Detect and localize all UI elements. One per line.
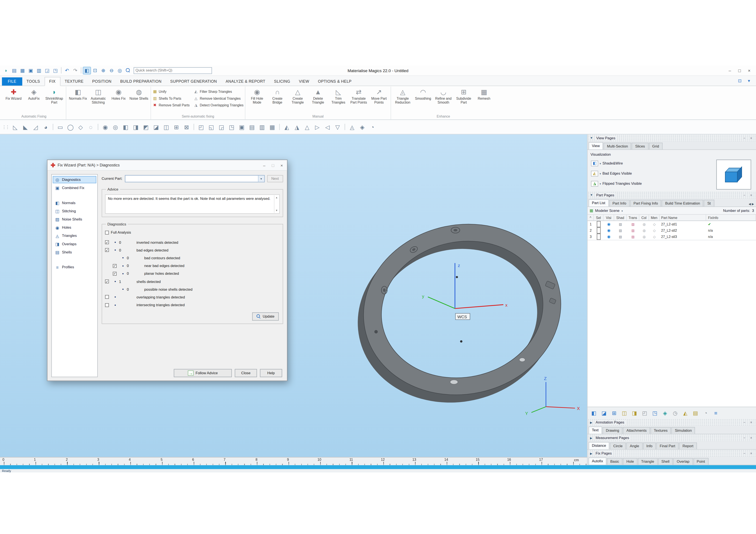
tab-grid[interactable]: Grid: [649, 143, 662, 149]
collapse-triangle-icon[interactable]: ▼: [590, 136, 593, 139]
diagnostic-checkbox[interactable]: ✓: [105, 240, 109, 244]
tab-file[interactable]: FILE: [2, 77, 22, 86]
transparency-icon[interactable]: ▨: [627, 221, 639, 227]
noise-shells-button[interactable]: ◍Noise Shells: [129, 87, 149, 101]
next-button[interactable]: Next: [267, 175, 283, 182]
select-rectangle-icon[interactable]: ▭: [56, 122, 65, 132]
sidebar-item-holes[interactable]: ◉Holes: [53, 224, 96, 231]
triangle-reduction-button[interactable]: ◬Triangle Reduction: [393, 87, 413, 104]
zoom-rect-icon[interactable]: ⊡: [91, 66, 99, 74]
fix-pages-header[interactable]: ▶ Fix Pages − ×: [587, 450, 756, 456]
sidebar-item-combined-fix[interactable]: ▣Combined Fix: [53, 184, 96, 191]
shading-icon[interactable]: ▧: [614, 234, 627, 240]
color-icon[interactable]: ◎: [639, 234, 649, 240]
remesh-button[interactable]: ▦Remesh: [474, 87, 494, 101]
part-list-icon[interactable]: ▤: [691, 409, 700, 417]
column-shad[interactable]: Shad: [614, 215, 627, 220]
cube-left-icon[interactable]: ◧: [121, 122, 130, 132]
subdivide-part-button[interactable]: ⊞Subdivide Part: [453, 87, 474, 104]
tab-simulation[interactable]: Simulation: [671, 427, 695, 434]
tab-analyze-report[interactable]: ANALYZE & REPORT: [221, 77, 270, 86]
autofix-button[interactable]: ◈AutoFix: [24, 87, 44, 101]
fix-selected-icon[interactable]: ◧: [589, 409, 598, 417]
scroll-down-icon[interactable]: ▼: [275, 209, 278, 212]
cube-bottom-icon[interactable]: ◪: [151, 122, 161, 132]
color-icon[interactable]: ◎: [639, 221, 649, 227]
diagnostic-checkbox[interactable]: ✓: [105, 248, 109, 252]
toolbar-drag-handle[interactable]: ⋮⋮: [2, 124, 9, 129]
import-part-icon[interactable]: ◲: [43, 66, 51, 74]
close-button[interactable]: ×: [744, 66, 754, 74]
move-part-points-button[interactable]: ↗Move Part Points: [369, 87, 389, 104]
tab-slices[interactable]: Slices: [632, 143, 648, 149]
part-name[interactable]: 27_L2-stl3: [660, 234, 706, 240]
search-input[interactable]: [136, 68, 210, 73]
rotate-part-icon[interactable]: ◷: [671, 409, 680, 417]
tab-report[interactable]: Report: [679, 443, 697, 449]
dialog-maximize-button[interactable]: □: [269, 161, 277, 169]
shrinkwrap-part-button[interactable]: ◗ShrinkWrap Part: [44, 87, 64, 104]
ring-tool-icon[interactable]: ◎: [111, 122, 120, 132]
cube-top-icon[interactable]: ◩: [141, 122, 150, 132]
diagnostic-checkbox[interactable]: [105, 295, 109, 299]
select-checkbox[interactable]: [597, 227, 601, 234]
tab-attachments[interactable]: Attachments: [623, 427, 650, 434]
tab-scroll-left-icon[interactable]: ◀: [749, 202, 751, 206]
close-icon[interactable]: ×: [749, 193, 753, 196]
cube-split-icon[interactable]: ◫: [162, 122, 171, 132]
sidebar-item-stitching[interactable]: ◫Stitching: [53, 207, 96, 215]
mesh-view-icon[interactable]: ▦: [268, 122, 277, 132]
column-trans[interactable]: Trans: [627, 215, 639, 220]
create-bridge-button[interactable]: ∩Create Bridge: [267, 87, 287, 104]
tab-view[interactable]: View: [588, 142, 603, 149]
fix-wizard-button[interactable]: ✚Fix Wizard: [3, 87, 24, 101]
chevron-down-icon[interactable]: ▾: [600, 182, 601, 185]
current-part-combobox[interactable]: ▾: [125, 175, 264, 182]
save-project-icon[interactable]: ▣: [27, 66, 35, 74]
part-name[interactable]: 27_L2-stl1: [660, 221, 706, 227]
diagnostic-checkbox[interactable]: ✓: [113, 264, 117, 267]
dialog-titlebar[interactable]: Fix Wizard (Part: N/A) > Diagnostics – □…: [47, 160, 287, 170]
translate-part-points-button[interactable]: ⇄Translate Part Points: [348, 87, 369, 104]
triangle-down-icon[interactable]: ▽: [333, 122, 342, 132]
zoom-in-icon[interactable]: ⊕: [99, 66, 107, 74]
tab-build-time-estimation[interactable]: Build Time Estimation: [662, 200, 703, 207]
transparency-icon[interactable]: ▨: [627, 234, 639, 240]
column-fixinfo[interactable]: FixInfo: [706, 215, 756, 220]
measure-a-icon[interactable]: ◭: [282, 122, 291, 132]
redo-icon[interactable]: ↷: [71, 66, 79, 74]
add-platform-icon[interactable]: ⊞: [610, 409, 618, 417]
fix-wizard-dialog[interactable]: Fix Wizard (Part: N/A) > Diagnostics – □…: [47, 160, 287, 381]
table-row[interactable]: 3 ◉ ▧ ▨ ◎ ◇ 27_L2-stl3 n/a: [587, 234, 756, 240]
sidebar-item-diagnostics[interactable]: ◎Diagnostics: [53, 176, 96, 183]
create-triangle-button[interactable]: △Create Triangle: [287, 87, 308, 104]
close-icon[interactable]: ×: [749, 436, 753, 440]
tab-shell[interactable]: Shell: [658, 458, 673, 465]
select-ellipse-icon[interactable]: ◯: [66, 122, 75, 132]
measure-b-icon[interactable]: ◮: [292, 122, 302, 132]
grid-cut-icon[interactable]: ⊠: [182, 122, 191, 132]
sidebar-item-normals[interactable]: ◧Normals: [53, 199, 96, 207]
sidebar-item-profiles[interactable]: ≡Profiles: [53, 264, 96, 271]
menu-icon[interactable]: ◇: [649, 227, 660, 234]
view-iso1-icon[interactable]: ◰: [197, 122, 206, 132]
trim-triangles-button[interactable]: ◺Trim Triangles: [328, 87, 348, 104]
column-sel[interactable]: Sel: [594, 215, 604, 220]
part-pages-header[interactable]: ▼ Part Pages − ×: [587, 191, 756, 198]
normals-fix-button[interactable]: ◧Normals Fix: [68, 87, 88, 101]
measurement-pages-header[interactable]: ▶ Measurement Pages − ×: [587, 434, 756, 441]
cube-right-icon[interactable]: ◨: [131, 122, 141, 132]
select-freeform-icon[interactable]: ◌: [86, 122, 95, 132]
zoom-out-icon[interactable]: ⊖: [108, 66, 116, 74]
collapse-triangle-icon[interactable]: ▶: [590, 436, 592, 440]
delete-triangle-button[interactable]: ▲Delete Triangle: [308, 87, 328, 104]
export-scene-icon[interactable]: ◳: [650, 409, 659, 417]
select-polygon-icon[interactable]: ◇: [76, 122, 85, 132]
select-checkbox[interactable]: [597, 234, 601, 240]
column-visi[interactable]: Visi: [604, 215, 614, 220]
tab-slicing[interactable]: SLICING: [270, 77, 294, 86]
pin-icon[interactable]: −: [742, 451, 747, 455]
collapse-triangle-icon[interactable]: ▼: [590, 193, 593, 196]
tab-point[interactable]: Point: [693, 458, 708, 465]
tab-texture[interactable]: TEXTURE: [60, 77, 88, 86]
